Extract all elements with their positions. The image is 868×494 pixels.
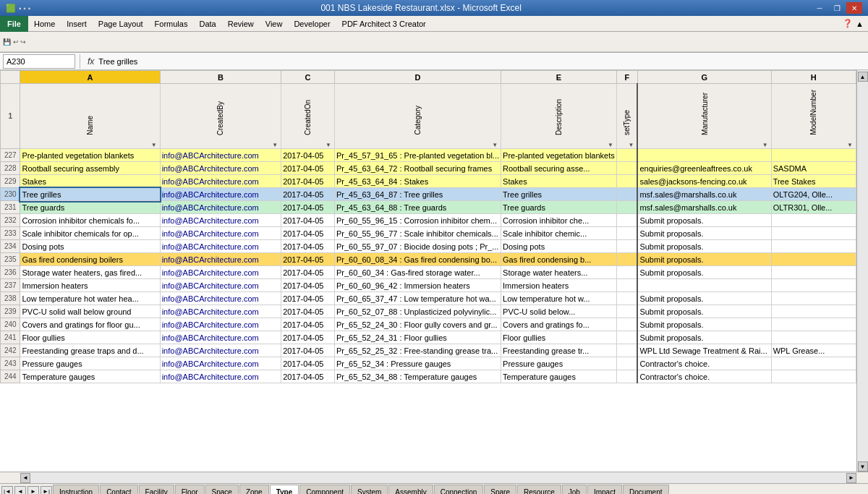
- cell-r241-c1[interactable]: info@ABCArchitecture.com: [160, 331, 281, 344]
- menu-file[interactable]: File: [0, 16, 28, 32]
- cell-r237-c6[interactable]: [637, 279, 771, 292]
- cell-r229-c0[interactable]: Stakes: [20, 175, 160, 188]
- cell-r230-c5[interactable]: [617, 188, 638, 201]
- scroll-down-btn[interactable]: ▼: [858, 461, 868, 472]
- menu-data[interactable]: Data: [193, 16, 221, 32]
- cell-r236-c0[interactable]: Storage water heaters, gas fired...: [20, 266, 160, 279]
- cell-r227-c2[interactable]: 2017-04-05: [281, 149, 335, 162]
- cell-r240-c3[interactable]: Pr_65_52_24_30 : Floor gully covers and …: [334, 318, 501, 331]
- cell-r233-c1[interactable]: info@ABCArchitecture.com: [160, 227, 281, 240]
- cell-r231-c0[interactable]: Tree guards: [20, 201, 160, 214]
- scroll-right-btn[interactable]: ►: [846, 473, 856, 483]
- cell-r235-c6[interactable]: Submit proposals.: [637, 253, 771, 266]
- sheet-tab-zone[interactable]: Zone: [239, 485, 269, 495]
- cell-r227-c4[interactable]: Pre-planted vegetation blankets: [501, 149, 617, 162]
- cell-r236-c6[interactable]: Submit proposals.: [637, 266, 771, 279]
- cell-r231-c2[interactable]: 2017-04-05: [281, 201, 335, 214]
- cell-r227-c1[interactable]: info@ABCArchitecture.com: [160, 149, 281, 162]
- filter-arrow-G[interactable]: ▼: [762, 142, 768, 148]
- cell-r232-c7[interactable]: [771, 214, 856, 227]
- cell-r231-c7[interactable]: OLTR301, Olle...: [771, 201, 856, 214]
- sheet-tab-job[interactable]: Job: [562, 485, 587, 495]
- cell-r231-c4[interactable]: Tree guards: [501, 201, 617, 214]
- sheet-tab-facility[interactable]: Facility: [139, 485, 174, 495]
- col-header-A[interactable]: A: [20, 71, 160, 84]
- cell-r240-c1[interactable]: info@ABCArchitecture.com: [160, 318, 281, 331]
- col-header-D[interactable]: D: [334, 71, 501, 84]
- sheet-tab-resource[interactable]: Resource: [517, 485, 561, 495]
- cell-r231-c5[interactable]: [617, 201, 638, 214]
- cell-r234-c1[interactable]: info@ABCArchitecture.com: [160, 240, 281, 253]
- cell-r233-c5[interactable]: [617, 227, 638, 240]
- cell-r229-c1[interactable]: info@ABCArchitecture.com: [160, 175, 281, 188]
- name-box[interactable]: [3, 54, 75, 69]
- col-header-E[interactable]: E: [501, 71, 617, 84]
- cell-r244-c6[interactable]: Contractor's choice.: [637, 370, 771, 383]
- cell-r233-c6[interactable]: Submit proposals.: [637, 227, 771, 240]
- cell-r229-c4[interactable]: Stakes: [501, 175, 617, 188]
- cell-r242-c1[interactable]: info@ABCArchitecture.com: [160, 344, 281, 357]
- cell-r228-c7[interactable]: SASDMA: [771, 162, 856, 175]
- cell-r230-c3[interactable]: Pr_45_63_64_87 : Tree grilles: [334, 188, 501, 201]
- cell-r233-c4[interactable]: Scale inhibitor chemic...: [501, 227, 617, 240]
- cell-r228-c6[interactable]: enquiries@greenleaftrees.co.uk: [637, 162, 771, 175]
- cell-r242-c2[interactable]: 2017-04-05: [281, 344, 335, 357]
- cell-r242-c5[interactable]: [617, 344, 638, 357]
- cell-r242-c0[interactable]: Freestanding grease traps and d...: [20, 344, 160, 357]
- menu-view[interactable]: View: [260, 16, 289, 32]
- cell-r230-c6[interactable]: msf.sales@marshalls.co.uk: [637, 188, 771, 201]
- sheet-tab-contact[interactable]: Contact: [100, 485, 137, 495]
- cell-r234-c6[interactable]: Submit proposals.: [637, 240, 771, 253]
- restore-button[interactable]: ❐: [829, 2, 845, 14]
- vertical-scrollbar[interactable]: ▲ ▼: [856, 70, 868, 472]
- cell-r227-c5[interactable]: [617, 149, 638, 162]
- sheet-tab-connection[interactable]: Connection: [434, 485, 484, 495]
- cell-r240-c6[interactable]: Submit proposals.: [637, 318, 771, 331]
- cell-r239-c2[interactable]: 2017-04-05: [281, 305, 335, 318]
- cell-r235-c1[interactable]: info@ABCArchitecture.com: [160, 253, 281, 266]
- cell-r238-c0[interactable]: Low temperature hot water hea...: [20, 292, 160, 305]
- cell-r232-c6[interactable]: Submit proposals.: [637, 214, 771, 227]
- filter-arrow-H[interactable]: ▼: [847, 142, 853, 148]
- filter-arrow-E[interactable]: ▼: [608, 142, 613, 148]
- cell-r243-c6[interactable]: Contractor's choice.: [637, 357, 771, 370]
- cell-r241-c0[interactable]: Floor gullies: [20, 331, 160, 344]
- cell-r229-c3[interactable]: Pr_45_63_64_84 : Stakes: [334, 175, 501, 188]
- formula-input[interactable]: [98, 54, 868, 69]
- cell-r234-c5[interactable]: [617, 240, 638, 253]
- cell-r228-c4[interactable]: Rootball securing asse...: [501, 162, 617, 175]
- tab-nav-last[interactable]: ►|: [41, 486, 52, 495]
- cell-r239-c7[interactable]: [771, 305, 856, 318]
- sheet-tab-instruction[interactable]: Instruction: [53, 485, 99, 495]
- cell-r240-c7[interactable]: [771, 318, 856, 331]
- cell-r243-c5[interactable]: [617, 357, 638, 370]
- sheet-tab-document[interactable]: Document: [623, 485, 669, 495]
- cell-r241-c2[interactable]: 2017-04-05: [281, 331, 335, 344]
- cell-r237-c5[interactable]: [617, 279, 638, 292]
- cell-r237-c1[interactable]: info@ABCArchitecture.com: [160, 279, 281, 292]
- close-button[interactable]: ✕: [846, 2, 862, 14]
- cell-r243-c0[interactable]: Pressure gauges: [20, 357, 160, 370]
- col-header-H[interactable]: H: [771, 71, 856, 84]
- cell-r234-c7[interactable]: [771, 240, 856, 253]
- cell-r234-c3[interactable]: Pr_60_55_97_07 : Biocide dosing pots ; P…: [334, 240, 501, 253]
- cell-r243-c3[interactable]: Pr_65_52_34 : Pressure gauges: [334, 357, 501, 370]
- cell-r243-c1[interactable]: info@ABCArchitecture.com: [160, 357, 281, 370]
- cell-r240-c5[interactable]: [617, 318, 638, 331]
- cell-r238-c4[interactable]: Low temperature hot w...: [501, 292, 617, 305]
- cell-r240-c4[interactable]: Covers and gratings fo...: [501, 318, 617, 331]
- cell-r235-c4[interactable]: Gas fired condensing b...: [501, 253, 617, 266]
- cell-r232-c2[interactable]: 2017-04-05: [281, 214, 335, 227]
- cell-r243-c2[interactable]: 2017-04-05: [281, 357, 335, 370]
- cell-r242-c6[interactable]: WPL Ltd Sewage Treatment & Rai...: [637, 344, 771, 357]
- cell-r230-c2[interactable]: 2017-04-05: [281, 188, 335, 201]
- cell-r241-c3[interactable]: Pr_65_52_24_31 : Floor gullies: [334, 331, 501, 344]
- menu-insert[interactable]: Insert: [61, 16, 93, 32]
- tab-nav-first[interactable]: |◄: [1, 486, 13, 495]
- cell-r244-c2[interactable]: 2017-04-05: [281, 370, 335, 383]
- cell-r229-c7[interactable]: Tree Stakes: [771, 175, 856, 188]
- col-header-C[interactable]: C: [281, 71, 335, 84]
- cell-r238-c6[interactable]: Submit proposals.: [637, 292, 771, 305]
- cell-r235-c0[interactable]: Gas fired condensing boilers: [20, 253, 160, 266]
- cell-r228-c3[interactable]: Pr_45_63_64_72 : Rootball securing frame…: [334, 162, 501, 175]
